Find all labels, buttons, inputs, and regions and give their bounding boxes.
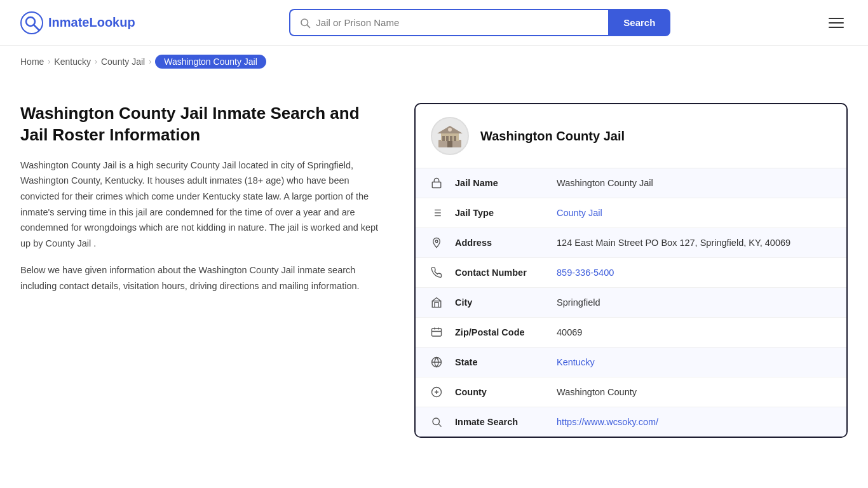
table-row-state: State Kentucky [416, 348, 846, 377]
county-label: County [455, 387, 557, 397]
jail-name-value: Washington County Jail [557, 178, 831, 188]
card-title: Washington County Jail [480, 129, 625, 144]
breadcrumb-sep-3: › [149, 57, 151, 66]
city-value: Springfield [557, 297, 831, 308]
county-value: Washington County [557, 387, 831, 397]
breadcrumb-home[interactable]: Home [20, 57, 44, 67]
left-column: Washington County Jail Inmate Search and… [20, 103, 414, 294]
table-row-address: Address 124 East Main Street PO Box 127,… [416, 228, 846, 258]
search-button[interactable]: Search [608, 9, 670, 36]
table-row-contact: Contact Number 859-336-5400 [416, 258, 846, 288]
breadcrumb: Home › Kentucky › County Jail › Washingt… [0, 46, 868, 78]
svg-rect-23 [432, 329, 442, 336]
phone-icon [431, 267, 449, 278]
svg-point-21 [435, 240, 438, 243]
svg-rect-22 [432, 301, 441, 308]
jail-building-icon [436, 122, 464, 150]
logo-icon [20, 11, 43, 34]
city-label: City [455, 297, 557, 308]
zip-icon [431, 327, 449, 338]
inmate-search-label: Inmate Search [455, 417, 557, 427]
breadcrumb-county-jail[interactable]: County Jail [101, 57, 145, 67]
svg-rect-10 [454, 136, 456, 141]
zip-label: Zip/Postal Code [455, 327, 557, 337]
jail-type-label: Jail Type [455, 208, 557, 218]
jail-name-label: Jail Name [455, 178, 557, 188]
zip-value: 40069 [557, 327, 831, 337]
svg-rect-14 [432, 182, 441, 188]
jail-avatar [431, 117, 469, 155]
search-bar: Search [289, 9, 670, 36]
page-title: Washington County Jail Inmate Search and… [20, 103, 389, 146]
svg-rect-12 [447, 141, 452, 147]
svg-point-27 [433, 418, 440, 425]
globe-icon [431, 356, 449, 368]
table-row-zip: Zip/Postal Code 40069 [416, 318, 846, 348]
contact-link[interactable]: 859-336-5400 [557, 268, 614, 278]
county-icon [431, 386, 449, 398]
location-icon [431, 237, 449, 248]
search-input[interactable] [316, 10, 599, 35]
address-value: 124 East Main Street PO Box 127, Springf… [557, 238, 831, 248]
state-link[interactable]: Kentucky [557, 357, 595, 367]
state-label: State [455, 357, 557, 367]
breadcrumb-active: Washington County Jail [155, 55, 266, 69]
svg-line-2 [34, 25, 39, 30]
breadcrumb-sep-1: › [48, 57, 50, 66]
info-table: Jail Name Washington County Jail Jail Ty… [416, 168, 846, 437]
table-row-jail-type: Jail Type County Jail [416, 198, 846, 228]
svg-rect-7 [442, 136, 445, 141]
address-label: Address [455, 238, 557, 248]
page-description-1: Washington County Jail is a high securit… [20, 158, 389, 252]
inmate-search-value: https://www.wcsoky.com/ [557, 417, 831, 427]
card-header: Washington County Jail [416, 104, 846, 168]
table-row-city: City Springfield [416, 288, 846, 318]
inmate-search-link[interactable]: https://www.wcsoky.com/ [557, 417, 658, 427]
svg-line-28 [438, 424, 441, 426]
main-content: Washington County Jail Inmate Search and… [0, 78, 868, 463]
city-icon [431, 297, 449, 308]
state-value: Kentucky [557, 357, 831, 367]
search-input-wrap [289, 9, 608, 36]
info-card: Washington County Jail Jail Name Washing… [414, 103, 848, 438]
page-description-2: Below we have given information about th… [20, 262, 389, 294]
breadcrumb-sep-2: › [95, 57, 97, 66]
table-row-jail-name: Jail Name Washington County Jail [416, 168, 846, 198]
contact-value: 859-336-5400 [557, 268, 831, 278]
logo[interactable]: InmateLookup [20, 11, 135, 34]
breadcrumb-kentucky[interactable]: Kentucky [54, 57, 91, 67]
svg-line-4 [308, 25, 310, 27]
svg-point-13 [448, 128, 452, 132]
list-icon [431, 207, 449, 219]
header: InmateLookup Search [0, 0, 868, 46]
jail-type-link[interactable]: County Jail [557, 208, 602, 218]
table-row-county: County Washington County [416, 377, 846, 407]
jail-icon [431, 177, 449, 189]
search-icon [299, 17, 311, 29]
hamburger-menu[interactable] [825, 14, 848, 32]
logo-text: InmateLookup [48, 15, 135, 30]
svg-rect-9 [450, 136, 452, 141]
table-row-inmate-search: Inmate Search https://www.wcsoky.com/ [416, 407, 846, 437]
contact-label: Contact Number [455, 268, 557, 278]
jail-type-value: County Jail [557, 208, 831, 218]
svg-rect-8 [446, 136, 449, 141]
search-icon [431, 416, 449, 428]
svg-point-0 [21, 12, 43, 34]
